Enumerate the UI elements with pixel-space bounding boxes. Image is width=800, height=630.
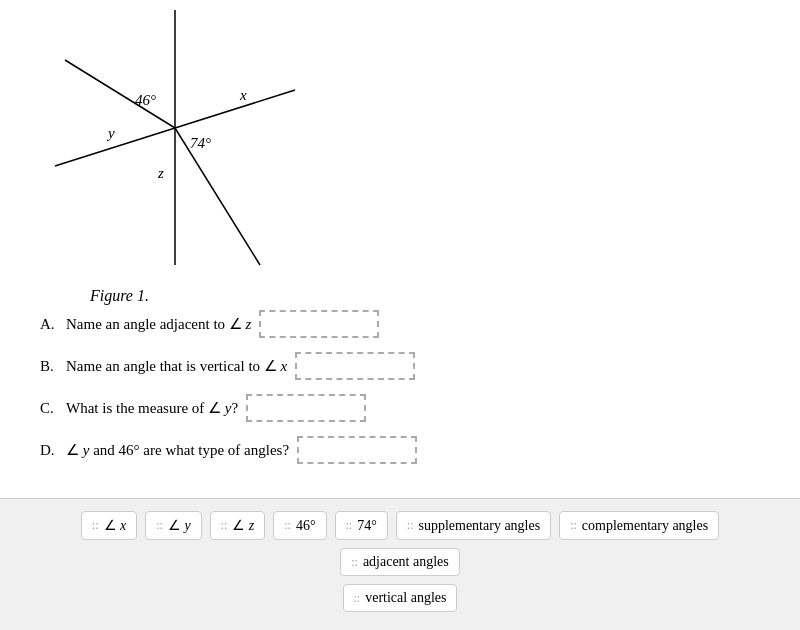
chip-dots: ::	[284, 518, 291, 533]
chip-angle-z[interactable]: :: ∠ z	[210, 511, 266, 540]
question-text-d: ∠ y and 46° are what type of angles?	[66, 441, 289, 459]
chip-adjacent[interactable]: :: adjacent angles	[340, 548, 460, 576]
answer-box-a[interactable]	[259, 310, 379, 338]
chip-complementary[interactable]: :: complementary angles	[559, 511, 719, 540]
chip-dots: ::	[156, 518, 163, 533]
chip-label-supplementary: supplementary angles	[418, 518, 540, 534]
svg-text:x: x	[239, 87, 247, 103]
question-label-a: A.	[40, 316, 60, 333]
question-label-b: B.	[40, 358, 60, 375]
chip-46[interactable]: :: 46°	[273, 511, 326, 540]
answer-box-d[interactable]	[297, 436, 417, 464]
chip-74[interactable]: :: 74°	[335, 511, 388, 540]
answer-bank-row-2: :: vertical angles	[20, 584, 780, 612]
chip-dots: ::	[221, 518, 228, 533]
chip-label-vertical: vertical angles	[365, 590, 446, 606]
questions-section: A. Name an angle adjacent to ∠ z B. Name…	[30, 310, 770, 464]
chip-dots: ::	[407, 518, 414, 533]
svg-line-3	[65, 60, 175, 128]
question-row-c: C. What is the measure of ∠ y?	[40, 394, 770, 422]
chip-dots: ::	[570, 518, 577, 533]
chip-supplementary[interactable]: :: supplementary angles	[396, 511, 551, 540]
answer-bank: :: ∠ x :: ∠ y :: ∠ z :: 46° :: 74° :: su…	[0, 498, 800, 630]
svg-line-2	[55, 128, 175, 166]
question-text-a: Name an angle adjacent to ∠ z	[66, 315, 251, 333]
main-content: 46° x y 74° z Figure 1. A. Name an angle…	[0, 0, 800, 488]
svg-text:46°: 46°	[135, 92, 156, 108]
chip-label-adjacent: adjacent angles	[363, 554, 449, 570]
answer-bank-row-1: :: ∠ x :: ∠ y :: ∠ z :: 46° :: 74° :: su…	[20, 511, 780, 576]
figure-label: Figure 1.	[90, 287, 149, 305]
chip-label-46: 46°	[296, 518, 316, 534]
question-text-b: Name an angle that is vertical to ∠ x	[66, 357, 287, 375]
chip-label-74: 74°	[357, 518, 377, 534]
answer-box-c[interactable]	[246, 394, 366, 422]
chip-vertical[interactable]: :: vertical angles	[343, 584, 458, 612]
question-row-b: B. Name an angle that is vertical to ∠ x	[40, 352, 770, 380]
chip-angle-y[interactable]: :: ∠ y	[145, 511, 201, 540]
chip-angle-x[interactable]: :: ∠ x	[81, 511, 137, 540]
question-row-a: A. Name an angle adjacent to ∠ z	[40, 310, 770, 338]
svg-line-1	[175, 90, 295, 128]
question-row-d: D. ∠ y and 46° are what type of angles?	[40, 436, 770, 464]
answer-box-b[interactable]	[295, 352, 415, 380]
chip-label-complementary: complementary angles	[582, 518, 708, 534]
chip-dots: ::	[346, 518, 353, 533]
question-text-c: What is the measure of ∠ y?	[66, 399, 238, 417]
chip-dots: ::	[354, 591, 361, 606]
question-label-d: D.	[40, 442, 60, 459]
chip-label-angle-z: ∠ z	[232, 517, 254, 534]
chip-label-angle-x: ∠ x	[104, 517, 127, 534]
figure-area: 46° x y 74° z Figure 1.	[40, 10, 320, 300]
question-label-c: C.	[40, 400, 60, 417]
chip-dots: ::	[351, 555, 358, 570]
svg-line-4	[175, 128, 260, 265]
svg-text:z: z	[157, 165, 164, 181]
figure-svg: 46° x y 74° z	[40, 10, 320, 285]
chip-label-angle-y: ∠ y	[168, 517, 191, 534]
chip-dots: ::	[92, 518, 99, 533]
svg-text:74°: 74°	[190, 135, 211, 151]
svg-text:y: y	[106, 125, 115, 141]
